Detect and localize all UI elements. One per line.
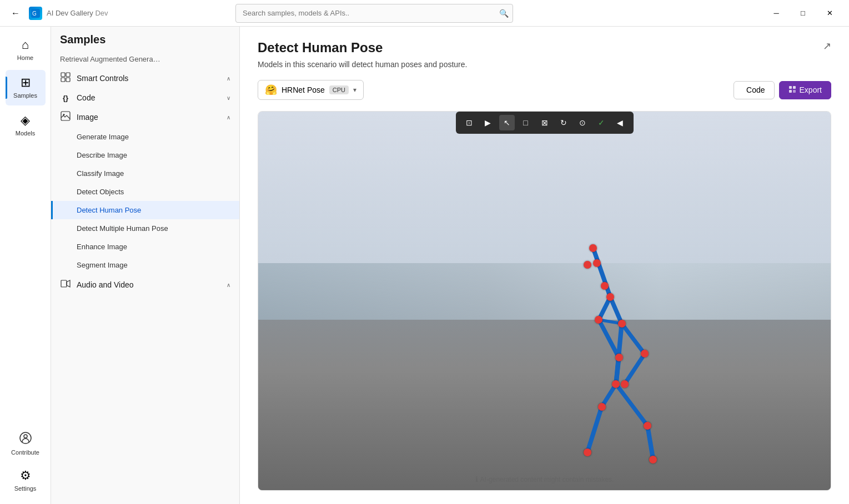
nav-item-segment-image[interactable]: Segment Image <box>51 256 239 274</box>
nav-item-detect-objects[interactable]: Detect Objects <box>51 183 239 201</box>
svg-rect-7 <box>66 78 70 82</box>
smart-controls-label: Smart Controls <box>77 74 221 83</box>
code-btn-label: Code <box>746 85 765 94</box>
home-icon: ⌂ <box>22 38 29 52</box>
minimize-button[interactable]: ─ <box>763 4 789 22</box>
content-description: Models in this scenario will detect huma… <box>258 60 831 69</box>
joint-neck <box>606 293 614 301</box>
audio-video-icon <box>60 279 71 291</box>
nav-section-audio-video[interactable]: Audio and Video ∧ <box>51 274 239 295</box>
models-icon: ◈ <box>21 113 30 128</box>
image-sub-items: Generate Image Describe Image Classify I… <box>51 128 239 274</box>
toolbar-btn-check[interactable]: ✓ <box>594 115 609 130</box>
nav-item-detect-multiple-pose[interactable]: Detect Multiple Human Pose <box>51 219 239 238</box>
icon-sidebar-bottom: Contribute ⚙ Settings <box>4 425 47 500</box>
toolbar-btn-rect[interactable]: □ <box>518 115 534 130</box>
link-icon[interactable]: ↗ <box>823 40 831 52</box>
joint-left_knee <box>644 422 651 430</box>
window-controls: ─ □ ✕ <box>763 4 842 22</box>
code-chevron: ∨ <box>227 95 230 101</box>
ground-layer <box>258 320 831 490</box>
svg-rect-10 <box>61 280 67 287</box>
model-emoji: 🤗 <box>265 84 277 96</box>
sidebar-item-contribute[interactable]: Contribute <box>6 426 46 462</box>
model-name: HRNet Pose <box>282 85 325 94</box>
nav-section-code[interactable]: {} Code ∨ <box>51 89 239 107</box>
close-button[interactable]: ✕ <box>817 4 842 22</box>
nav-breadcrumb[interactable]: Retrieval Augmented Genera… <box>51 55 239 68</box>
nav-item-detect-human-pose[interactable]: Detect Human Pose <box>51 201 239 219</box>
export-button[interactable]: Export <box>779 81 831 99</box>
sidebar-item-settings[interactable]: ⚙ Settings <box>6 463 46 498</box>
search-bar: 🔍 <box>235 4 513 23</box>
disclaimer-icon: ℹ <box>475 475 478 483</box>
joint-right_wrist <box>621 380 629 388</box>
svg-rect-14 <box>793 90 796 93</box>
search-button[interactable]: 🔍 <box>499 9 509 18</box>
svg-rect-13 <box>789 90 792 93</box>
ai-disclaimer: ℹ AI-generated content might contain mis… <box>475 475 614 483</box>
contribute-icon <box>19 432 32 447</box>
nav-sidebar-title: Samples <box>51 33 239 55</box>
app-icon: G <box>29 7 42 20</box>
svg-rect-12 <box>793 86 796 89</box>
titlebar: ← G AI Dev Gallery Dev 🔍 ─ □ ✕ <box>0 0 849 27</box>
joint-right_eye <box>593 259 601 267</box>
svg-rect-4 <box>61 73 65 77</box>
search-input[interactable] <box>235 4 513 23</box>
maximize-button[interactable]: □ <box>790 4 816 22</box>
export-btn-icon <box>788 85 796 95</box>
joint-left_ankle <box>649 456 657 463</box>
nav-item-classify-image[interactable]: Classify Image <box>51 164 239 183</box>
nav-item-generate-image[interactable]: Generate Image <box>51 128 239 146</box>
sidebar-item-samples[interactable]: ⊞ Samples <box>6 70 46 105</box>
svg-text:G: G <box>32 11 37 17</box>
joint-right_ankle <box>584 448 591 456</box>
nav-section-smart-controls[interactable]: Smart Controls ∧ <box>51 68 239 89</box>
toolbar-btn-target[interactable]: ⊙ <box>575 115 590 130</box>
nav-section-image[interactable]: Image ∧ <box>51 107 239 128</box>
code-button[interactable]: Code <box>734 81 774 99</box>
model-chevron-icon: ▾ <box>353 86 356 94</box>
sidebar-item-models[interactable]: ◈ Models <box>6 108 46 143</box>
code-label: Code <box>77 93 221 102</box>
image-section-chevron: ∧ <box>227 114 230 120</box>
image-section-icon <box>60 111 71 123</box>
code-icon: {} <box>60 94 71 102</box>
image-area: ⊡ ▶ ↖ □ ⊠ ↻ ⊙ ✓ ◀ <box>258 111 831 491</box>
nav-item-enhance-image[interactable]: Enhance Image <box>51 238 239 256</box>
joint-left_shoulder <box>595 316 602 324</box>
toolbar-btn-play[interactable]: ▶ <box>480 115 496 130</box>
export-btn-label: Export <box>800 85 822 94</box>
toolbar-btn-grid[interactable]: ⊡ <box>461 115 477 130</box>
toolbar-btn-select[interactable]: ⊠ <box>537 115 552 130</box>
action-buttons: Code Export <box>734 81 831 99</box>
content-header: Detect Human Pose ↗ <box>258 40 831 56</box>
svg-rect-5 <box>66 73 70 77</box>
smart-controls-chevron: ∧ <box>227 75 230 82</box>
svg-rect-11 <box>789 86 792 89</box>
back-button[interactable]: ← <box>7 4 24 22</box>
toolbar-btn-cursor[interactable]: ↖ <box>499 115 515 130</box>
joint-left_eye <box>584 261 591 269</box>
model-selector[interactable]: 🤗 HRNet Pose CPU ▾ <box>258 80 364 100</box>
image-section-label: Image <box>77 113 221 122</box>
nav-sidebar: Samples Retrieval Augmented Genera… Smar… <box>51 27 240 504</box>
sidebar-item-home[interactable]: ⌂ Home <box>6 32 46 68</box>
audio-video-chevron: ∧ <box>227 282 230 288</box>
svg-rect-6 <box>61 78 65 82</box>
settings-label: Settings <box>14 485 37 492</box>
settings-icon: ⚙ <box>20 468 31 483</box>
joint-head_top <box>589 244 597 252</box>
icon-sidebar: ⌂ Home ⊞ Samples ◈ Models Contribute <box>0 27 51 504</box>
svg-point-3 <box>24 435 27 438</box>
main-layout: ⌂ Home ⊞ Samples ◈ Models Contribute <box>0 27 849 504</box>
model-badge: CPU <box>329 85 349 94</box>
toolbar-btn-refresh[interactable]: ↻ <box>556 115 571 130</box>
toolbar-btn-back[interactable]: ◀ <box>612 115 628 130</box>
audio-video-label: Audio and Video <box>77 280 221 289</box>
joint-right_elbow <box>641 350 649 357</box>
active-indicator <box>6 77 7 99</box>
joint-pelvis <box>612 380 620 388</box>
nav-item-describe-image[interactable]: Describe Image <box>51 146 239 164</box>
